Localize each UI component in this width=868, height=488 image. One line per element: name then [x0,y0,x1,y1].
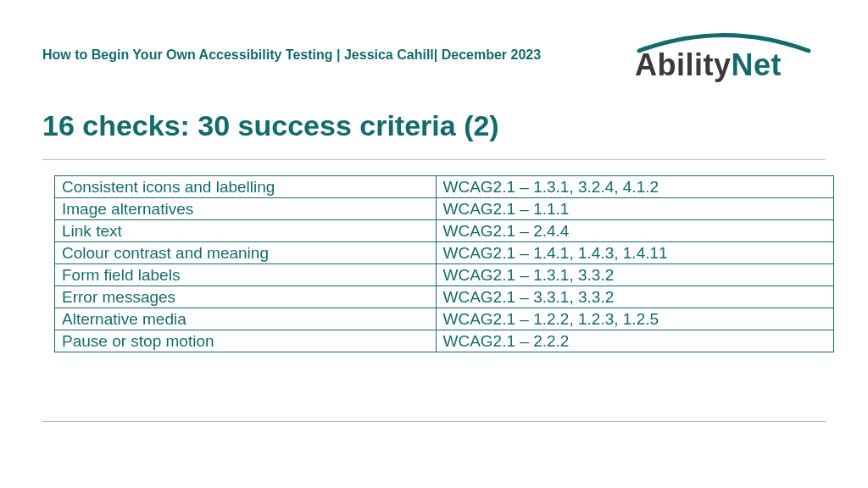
divider-bottom [42,421,826,422]
table-row: Image alternativesWCAG2.1 – 1.1.1 [55,198,834,220]
criteria-cell: WCAG2.1 – 1.4.1, 1.4.3, 1.4.11 [436,242,833,264]
check-cell: Alternative media [55,308,437,330]
check-cell: Error messages [55,286,437,308]
slide-header: How to Begin Your Own Accessibility Test… [42,25,826,89]
table-row: Consistent icons and labellingWCAG2.1 – … [55,176,834,198]
table-row: Alternative mediaWCAG2.1 – 1.2.2, 1.2.3,… [55,308,834,330]
criteria-cell: WCAG2.1 – 1.2.2, 1.2.3, 1.2.5 [436,308,833,330]
logo-text: AbilityNet [635,47,782,83]
table-row: Colour contrast and meaningWCAG2.1 – 1.4… [55,242,834,264]
breadcrumb: How to Begin Your Own Accessibility Test… [42,25,541,63]
check-cell: Link text [55,220,437,242]
criteria-cell: WCAG2.1 – 2.2.2 [436,330,833,352]
check-cell: Form field labels [55,264,437,286]
criteria-cell: WCAG2.1 – 1.1.1 [436,198,833,220]
criteria-cell: WCAG2.1 – 1.3.1, 3.3.2 [436,264,833,286]
check-cell: Image alternatives [55,198,437,220]
table-row: Error messagesWCAG2.1 – 3.3.1, 3.3.2 [55,286,834,308]
check-cell: Consistent icons and labelling [55,176,437,198]
criteria-table: Consistent icons and labellingWCAG2.1 – … [54,175,834,352]
criteria-cell: WCAG2.1 – 3.3.1, 3.3.2 [436,286,833,308]
abilitynet-logo: AbilityNet [622,25,826,89]
table-row: Pause or stop motionWCAG2.1 – 2.2.2 [55,330,834,352]
table-row: Link textWCAG2.1 – 2.4.4 [55,220,834,242]
check-cell: Pause or stop motion [55,330,437,352]
check-cell: Colour contrast and meaning [55,242,437,264]
table-row: Form field labelsWCAG2.1 – 1.3.1, 3.3.2 [55,264,834,286]
criteria-cell: WCAG2.1 – 2.4.4 [436,220,833,242]
criteria-cell: WCAG2.1 – 1.3.1, 3.2.4, 4.1.2 [436,176,833,198]
slide-title: 16 checks: 30 success criteria (2) [42,109,826,142]
divider-top [42,159,826,160]
